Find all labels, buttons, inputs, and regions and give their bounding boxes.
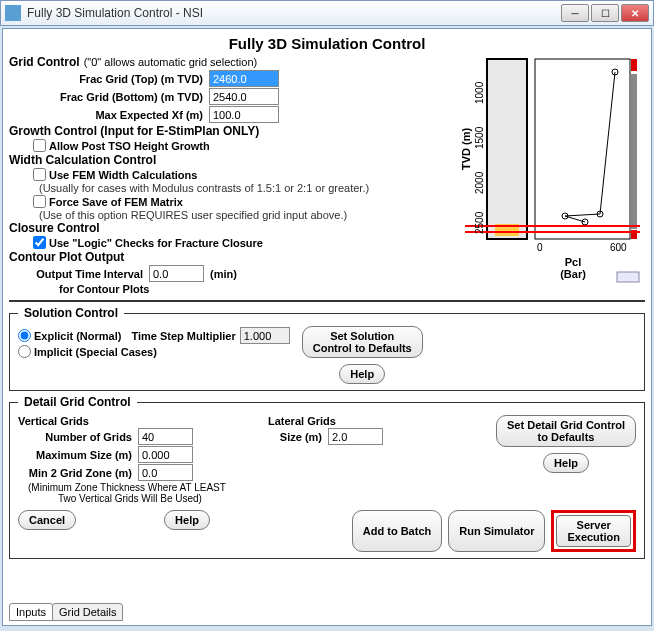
contour-subline: for Contour Plots	[59, 283, 149, 295]
tab-grid-details[interactable]: Grid Details	[52, 603, 123, 621]
set-detail-defaults-button[interactable]: Set Detail Grid Control to Defaults	[496, 415, 636, 447]
tsm-label: Time Step Multiplier	[131, 330, 235, 342]
add-to-batch-button[interactable]: Add to Batch	[352, 510, 442, 552]
lat-size-label: Size (m)	[268, 431, 328, 443]
tab-inputs[interactable]: Inputs	[9, 603, 53, 621]
detail-help-button[interactable]: Help	[543, 453, 589, 473]
server-execution-button[interactable]: Server Execution	[556, 515, 631, 547]
lateral-grids-label: Lateral Grids	[268, 415, 383, 427]
force-save-checkbox[interactable]	[33, 195, 46, 208]
vertical-grids-label: Vertical Grids	[18, 415, 248, 427]
min2-note1: (Minimum Zone Thickness Where AT LEAST	[28, 482, 248, 493]
num-grids-label: Number of Grids	[18, 431, 138, 443]
maximize-button[interactable]: ☐	[591, 4, 619, 22]
svg-text:0: 0	[537, 242, 543, 253]
grid-control-hint: ("0" allows automatic grid selection)	[84, 56, 258, 68]
minimize-button[interactable]: ─	[561, 4, 589, 22]
use-fem-checkbox[interactable]	[33, 168, 46, 181]
svg-text:1000: 1000	[474, 81, 485, 104]
frac-top-label: Frac Grid (Top) (m TVD)	[9, 73, 209, 85]
use-fem-note: (Usually for cases with Modulus contrast…	[39, 182, 439, 194]
interval-input[interactable]	[149, 265, 204, 282]
num-grids-input[interactable]	[138, 428, 193, 445]
app-icon	[5, 5, 21, 21]
pcl-tvd-chart: TVD (m) 2500 2000 1500 1000 0 600 Pcl (B…	[445, 54, 645, 284]
max-size-input[interactable]	[138, 446, 193, 463]
implicit-radio[interactable]	[18, 345, 31, 358]
lat-size-input[interactable]	[328, 428, 383, 445]
cancel-button[interactable]: Cancel	[18, 510, 76, 530]
svg-text:1500: 1500	[474, 126, 485, 149]
run-simulator-button[interactable]: Run Simulator	[448, 510, 545, 552]
close-button[interactable]: ✕	[621, 4, 649, 22]
explicit-label: Explicit (Normal)	[34, 330, 121, 342]
detail-grid-fieldset: Detail Grid Control Vertical Grids Numbe…	[9, 395, 645, 559]
tsm-input[interactable]	[240, 327, 290, 344]
svg-rect-24	[617, 272, 639, 282]
detail-grid-legend: Detail Grid Control	[18, 395, 137, 409]
growth-control-label: Growth Control (Input for E-StimPlan ONL…	[9, 124, 439, 138]
use-logic-label: Use "Logic" Checks for Fracture Closure	[49, 237, 263, 249]
allow-tso-checkbox[interactable]	[33, 139, 46, 152]
min2-note2: Two Vertical Grids Will Be Used)	[58, 493, 248, 504]
use-fem-label: Use FEM Width Calculations	[49, 169, 197, 181]
max-xf-input[interactable]	[209, 106, 279, 123]
svg-text:600: 600	[610, 242, 627, 253]
max-size-label: Maximum Size (m)	[18, 449, 138, 461]
use-logic-checkbox[interactable]	[33, 236, 46, 249]
contour-label: Contour Plot Output	[9, 250, 439, 264]
interval-label: Output Time Interval	[19, 268, 149, 280]
implicit-label: Implicit (Special Cases)	[34, 346, 157, 358]
help-button[interactable]: Help	[164, 510, 210, 530]
frac-bot-input[interactable]	[209, 88, 279, 105]
allow-tso-label: Allow Post TSO Height Growth	[49, 140, 210, 152]
page-title: Fully 3D Simulation Control	[9, 35, 645, 52]
frac-top-input[interactable]	[209, 70, 279, 87]
solution-legend: Solution Control	[18, 306, 124, 320]
frac-bot-label: Frac Grid (Bottom) (m TVD)	[9, 91, 209, 103]
svg-text:2500: 2500	[474, 211, 485, 234]
svg-text:TVD (m): TVD (m)	[460, 128, 472, 171]
max-xf-label: Max Expected Xf (m)	[9, 109, 209, 121]
svg-rect-0	[487, 59, 527, 239]
solution-help-button[interactable]: Help	[339, 364, 385, 384]
svg-text:2000: 2000	[474, 171, 485, 194]
svg-text:(Bar): (Bar)	[560, 268, 586, 280]
force-save-note: (Use of this option REQUIRES user specif…	[39, 209, 439, 221]
svg-rect-2	[535, 59, 630, 239]
grid-control-label: Grid Control	[9, 55, 80, 69]
svg-text:Pcl: Pcl	[565, 256, 582, 268]
closure-control-label: Closure Control	[9, 221, 439, 235]
set-solution-defaults-button[interactable]: Set Solution Control to Defaults	[302, 326, 423, 358]
min2-label: Min 2 Grid Zone (m)	[18, 467, 138, 479]
explicit-radio[interactable]	[18, 329, 31, 342]
solution-control-fieldset: Solution Control Explicit (Normal) Time …	[9, 306, 645, 391]
svg-rect-3	[631, 59, 637, 71]
width-control-label: Width Calculation Control	[9, 153, 439, 167]
svg-rect-4	[631, 74, 637, 229]
window-title: Fully 3D Simulation Control - NSI	[27, 6, 561, 20]
interval-unit: (min)	[210, 268, 237, 280]
force-save-label: Force Save of FEM Matrix	[49, 196, 183, 208]
min2-input[interactable]	[138, 464, 193, 481]
